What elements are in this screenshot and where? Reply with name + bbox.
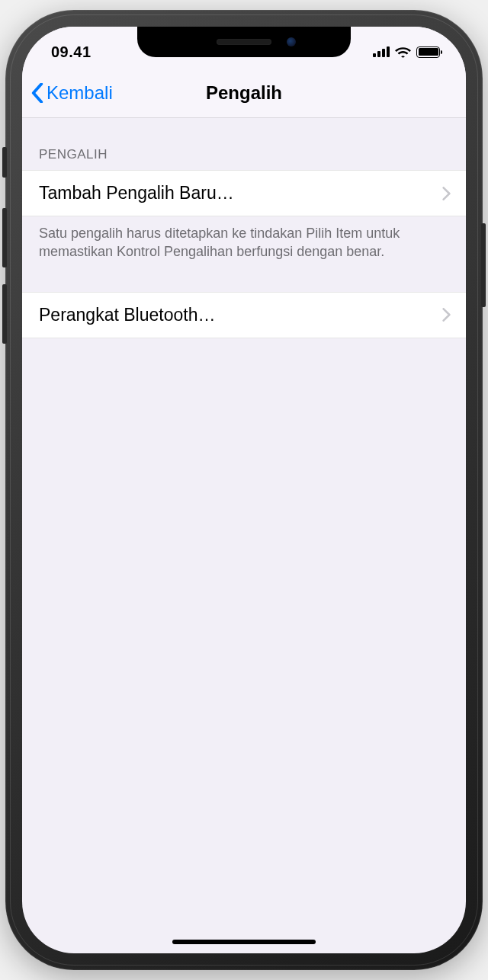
power-button	[481, 223, 486, 307]
chevron-left-icon	[31, 83, 43, 103]
notch	[137, 27, 351, 57]
page-title: Pengalih	[206, 82, 282, 104]
phone-frame: 09.41 Kembali Pengalih PENGALIH Tambah	[5, 10, 483, 970]
volume-down-button	[2, 284, 7, 344]
section-footer-text: Satu pengalih harus ditetapkan ke tindak…	[22, 216, 466, 261]
spacer	[22, 261, 466, 292]
navigation-bar: Kembali Pengalih	[22, 68, 466, 118]
bluetooth-devices-cell[interactable]: Perangkat Bluetooth…	[22, 292, 466, 338]
status-time: 09.41	[51, 43, 92, 61]
add-new-switch-cell[interactable]: Tambah Pengalih Baru…	[22, 170, 466, 216]
screen: 09.41 Kembali Pengalih PENGALIH Tambah	[22, 27, 466, 953]
add-new-switch-label: Tambah Pengalih Baru…	[39, 183, 234, 203]
wifi-icon	[395, 46, 411, 58]
battery-icon	[416, 46, 440, 58]
bluetooth-devices-label: Perangkat Bluetooth…	[39, 305, 215, 325]
home-indicator[interactable]	[172, 940, 316, 944]
back-label: Kembali	[47, 82, 113, 104]
volume-up-button	[2, 208, 7, 267]
chevron-right-icon	[442, 187, 451, 200]
cellular-signal-icon	[373, 46, 390, 57]
chevron-right-icon	[442, 308, 451, 322]
content-area: PENGALIH Tambah Pengalih Baru… Satu peng…	[22, 118, 466, 338]
section-header-pengalih: PENGALIH	[22, 118, 466, 170]
silence-switch	[2, 147, 7, 178]
speaker-grille	[217, 39, 271, 45]
status-right	[373, 46, 440, 58]
front-camera	[287, 37, 296, 46]
back-button[interactable]: Kembali	[31, 82, 113, 104]
